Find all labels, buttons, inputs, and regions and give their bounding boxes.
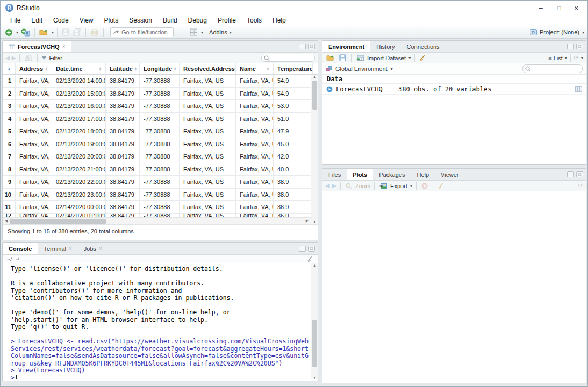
expand-object-icon[interactable] xyxy=(326,86,333,92)
scroll-right-icon[interactable]: ▶ xyxy=(304,219,311,223)
goto-directory-arrow-icon[interactable] xyxy=(15,257,20,261)
refresh-icon[interactable]: ⟳ xyxy=(574,54,579,61)
tab-files[interactable]: Files xyxy=(322,169,347,180)
table-vertical-scrollbar[interactable]: ▲ ▼ xyxy=(311,75,318,224)
menu-item-edit[interactable]: Edit xyxy=(26,16,48,26)
popout-window-button[interactable] xyxy=(24,54,33,62)
open-file-caret-icon[interactable]: ▾ xyxy=(52,30,54,35)
maximize-pane-icon[interactable]: □ xyxy=(308,44,315,49)
menu-item-build[interactable]: Build xyxy=(157,16,183,26)
forward-icon[interactable]: ▶ xyxy=(12,55,16,61)
list-view-button[interactable]: List xyxy=(554,55,563,61)
new-file-caret-icon[interactable]: ▾ xyxy=(16,30,18,35)
console-prompt[interactable]: > xyxy=(11,375,311,380)
scroll-up-icon[interactable]: ▲ xyxy=(311,75,318,78)
back-icon[interactable]: ◀ xyxy=(5,55,10,61)
tab-help[interactable]: Help xyxy=(411,169,435,180)
sort-arrows-icon[interactable]: ▲▼ xyxy=(134,67,137,71)
minimize-pane-icon[interactable]: – xyxy=(299,246,306,252)
export-caret-icon[interactable]: ▾ xyxy=(410,183,412,188)
scroll-left-icon[interactable]: ◀ xyxy=(3,219,10,223)
maximize-pane-icon[interactable]: □ xyxy=(576,171,583,177)
project-caret-icon[interactable]: ▾ xyxy=(582,30,584,35)
print-button[interactable] xyxy=(89,28,100,37)
table-row[interactable]: 6Fairfax, VA, US02/13/2020 19:00:0038.84… xyxy=(3,138,318,151)
pane-layout-button[interactable] xyxy=(189,28,199,37)
tab-close-icon[interactable]: × xyxy=(62,44,66,49)
minimize-pane-icon[interactable]: – xyxy=(567,44,574,49)
window-maximize-button[interactable]: □ xyxy=(551,3,567,13)
import-dataset-button[interactable] xyxy=(355,54,365,62)
window-close-button[interactable]: × xyxy=(568,3,584,13)
export-plot-button[interactable] xyxy=(378,182,388,190)
import-dataset-label[interactable]: Import Dataset xyxy=(367,55,406,61)
save-workspace-button[interactable] xyxy=(338,54,347,62)
clear-environment-broom-icon[interactable] xyxy=(419,55,426,61)
filter-button[interactable]: Filter xyxy=(49,55,62,61)
new-file-button[interactable] xyxy=(4,28,14,37)
minimize-pane-icon[interactable]: – xyxy=(567,171,574,177)
table-row[interactable]: 11Fairfax, VA, US02/14/2020 00:00:0038.8… xyxy=(3,201,318,214)
save-all-button[interactable] xyxy=(72,28,82,37)
menu-item-plots[interactable]: Plots xyxy=(99,16,124,26)
project-menu-button[interactable]: Project: (None) xyxy=(540,29,579,35)
console-vertical-scrollbar[interactable]: ▲ ▼ xyxy=(311,263,318,379)
sort-arrows-icon[interactable]: ▲▼ xyxy=(267,67,269,71)
previous-plot-icon[interactable]: ◀ xyxy=(325,182,329,189)
tab-close-icon[interactable]: × xyxy=(69,246,72,252)
console-vscroll-thumb[interactable] xyxy=(312,320,317,367)
clear-console-broom-icon[interactable] xyxy=(306,256,313,262)
table-row[interactable]: 8Fairfax, VA, US02/13/2020 21:00:0038.84… xyxy=(3,163,318,176)
open-file-button[interactable] xyxy=(38,28,49,37)
remove-plot-button[interactable] xyxy=(420,182,429,190)
tab-environment[interactable]: Environment xyxy=(322,41,370,52)
zoom-plot-button[interactable] xyxy=(345,182,353,190)
list-view-caret-icon[interactable]: ▾ xyxy=(565,55,567,60)
list-view-icon[interactable]: ≡ xyxy=(548,55,551,61)
table-vscroll-thumb[interactable] xyxy=(312,81,317,110)
export-plot-label[interactable]: Export xyxy=(390,183,407,189)
tab-packages[interactable]: Packages xyxy=(373,169,411,180)
environment-scope-caret-icon[interactable]: ▾ xyxy=(391,67,393,71)
table-row[interactable]: 4Fairfax, VA, US02/13/2020 17:00:0038.84… xyxy=(3,113,318,126)
table-row[interactable]: 2Fairfax, VA, US02/13/2020 15:00:0038.84… xyxy=(3,88,318,101)
menu-item-code[interactable]: Code xyxy=(48,16,74,26)
menu-item-file[interactable]: File xyxy=(5,16,26,26)
column-header-temperature[interactable]: Temperature▲▼ xyxy=(274,63,313,74)
table-row[interactable]: 1Fairfax, VA, US02/13/2020 14:00:0038.84… xyxy=(3,75,318,88)
table-horizontal-scrollbar[interactable]: ◀ ▶ xyxy=(3,217,311,224)
table-search-input[interactable] xyxy=(271,54,313,61)
addins-button[interactable]: Addins xyxy=(209,29,227,35)
menu-item-debug[interactable]: Debug xyxy=(183,16,212,26)
environment-object-row[interactable]: ForecastVCHQ 380 obs. of 20 variables xyxy=(322,84,586,95)
tab-viewer[interactable]: Viewer xyxy=(435,169,464,180)
sort-column-header[interactable]: ▲ xyxy=(3,63,16,74)
menu-item-tools[interactable]: Tools xyxy=(241,16,267,26)
next-plot-icon[interactable]: ▶ xyxy=(332,182,336,189)
maximize-pane-icon[interactable]: □ xyxy=(576,44,583,49)
column-header-date-time[interactable]: Date.time▲▼ xyxy=(52,63,106,74)
menu-item-view[interactable]: View xyxy=(74,16,99,26)
tab-history[interactable]: History xyxy=(370,41,400,52)
menu-item-session[interactable]: Session xyxy=(124,16,157,26)
table-row[interactable]: 7Fairfax, VA, US02/13/2020 20:00:0038.84… xyxy=(3,150,318,163)
column-header-resolved-address[interactable]: Resolved.Address▲▼ xyxy=(180,63,236,74)
tab-jobs[interactable]: Jobs× xyxy=(78,243,108,254)
tab-forecastvchq[interactable]: ForecastVCHQ × xyxy=(3,41,71,52)
import-dataset-caret-icon[interactable]: ▾ xyxy=(408,55,411,60)
sort-arrows-icon[interactable]: ▲▼ xyxy=(99,67,102,71)
save-button[interactable] xyxy=(61,28,70,37)
addins-caret-icon[interactable]: ▾ xyxy=(230,30,232,35)
table-row[interactable]: 3Fairfax, VA, US02/13/2020 16:00:0038.84… xyxy=(3,100,318,113)
refresh-icon[interactable]: ⟳ xyxy=(578,182,583,189)
table-row[interactable]: 9Fairfax, VA, US02/13/2020 22:00:0038.84… xyxy=(3,176,318,189)
tab-console[interactable]: Console xyxy=(3,243,38,254)
zoom-plot-label[interactable]: Zoom xyxy=(355,183,370,189)
scroll-down-icon[interactable]: ▼ xyxy=(311,376,318,379)
load-workspace-button[interactable] xyxy=(325,54,336,62)
environment-scope-button[interactable]: Global Environment xyxy=(335,66,388,72)
clear-plots-broom-icon[interactable] xyxy=(437,183,444,189)
goto-file-function-input[interactable] xyxy=(121,29,169,35)
sort-arrows-icon[interactable]: ▲▼ xyxy=(45,67,48,71)
tab-connections[interactable]: Connections xyxy=(400,41,445,52)
